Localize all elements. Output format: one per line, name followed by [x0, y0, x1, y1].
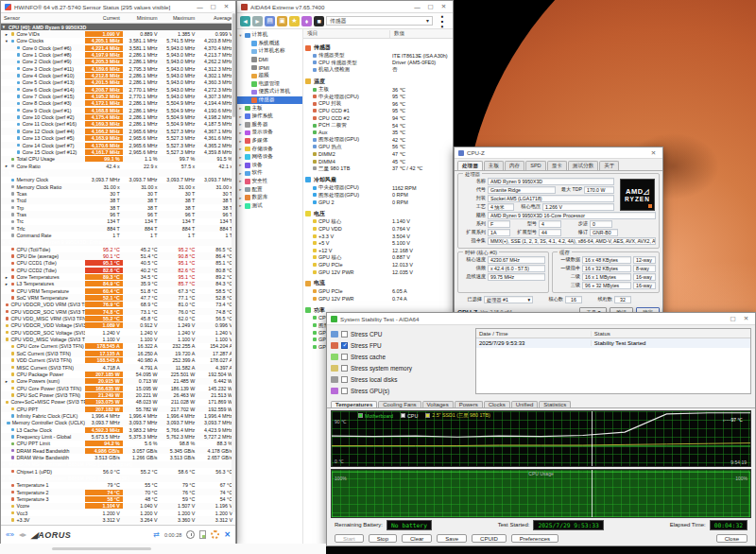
sensor-row[interactable]: SoC Current (SVI3 TFN)17.135 A16.250 A19…	[1, 350, 235, 356]
detail-row[interactable]: 图形处理器(GPU)0 RPM	[305, 192, 453, 199]
clock-icon[interactable]	[186, 530, 195, 539]
sensor-row[interactable]: Tras96 T96 T96 T96 T	[1, 211, 235, 217]
hwinfo-titlebar[interactable]: HWiNFO® 64 v8.27-5740 Sensor Status [295…	[1, 1, 235, 13]
stress-option[interactable]: Stress system memory	[331, 362, 471, 373]
detail-row[interactable]: 三星 980 1TB37 ℃ / 42 ℃	[305, 164, 453, 172]
preferences-button[interactable]: Preferences	[511, 534, 558, 543]
checkbox[interactable]	[341, 388, 348, 394]
tab-unified[interactable]: Unified	[511, 401, 539, 407]
sensor-row[interactable]: VDD Current (SVI3 TFN)188.545 A40.980 A2…	[1, 357, 235, 364]
tab-temperatures[interactable]: Temperatures	[331, 401, 377, 407]
tab-cooling-fans[interactable]: Cooling Fans	[378, 401, 421, 407]
sensor-row[interactable]: CPU Package Power207.185 W54.095 W225.50…	[1, 371, 235, 377]
sidebar-item[interactable]: 电源管理	[237, 80, 302, 89]
sidebar-item[interactable]: ▸主板	[237, 104, 302, 113]
tree-caret-icon[interactable]: ▸	[238, 155, 243, 160]
sidebar-item[interactable]: ▸操作系统	[237, 113, 302, 121]
tab-测试分数[interactable]: 测试分数	[568, 161, 598, 170]
sensor-row[interactable]: Core 7 Clock (perf #15)4,195.2 MHz2,770.…	[1, 93, 235, 99]
sensor-row[interactable]: CPU VDDCR_SOC VRM (SVI3 TFN)74.8 °C73.1 …	[1, 308, 235, 315]
sensor-row[interactable]: Memory Controller Clock (UCLK)3,093.7 MH…	[1, 420, 235, 426]
bios-icon[interactable]: ■	[314, 16, 324, 26]
group-header[interactable]: 温度	[305, 78, 453, 86]
legend-checkbox[interactable]	[358, 413, 363, 418]
sensor-row[interactable]: Core 4 Clock (perf #10)4,212.8 MHz2,286.…	[1, 72, 235, 78]
sensor-row[interactable]: Chipset 1 (uPD)56.0 °C55.2 °C58.6 °C56.3…	[1, 468, 235, 475]
hwinfo-scrollbar[interactable]	[232, 11, 235, 512]
detail-row[interactable]: 机箱入侵检测否	[305, 66, 453, 74]
sensor-row[interactable]: CPU Core Current (SVI3 TFN)178.545 A16.3…	[1, 343, 235, 350]
settings-icon[interactable]	[211, 530, 219, 539]
tab-主板[interactable]: 主板	[484, 161, 504, 170]
tab-处理器[interactable]: 处理器	[457, 161, 483, 170]
legend-checkbox[interactable]	[401, 413, 405, 418]
scrollbar-thumb[interactable]	[232, 13, 235, 117]
sidebar-item[interactable]: 计算机名称	[237, 47, 302, 56]
aida64-titlebar[interactable]: AIDA64 Extreme v7.65.7400 — ▢ ✕	[237, 1, 453, 13]
sensor-row[interactable]: Memory Clock Ratio31.00 x31.00 x31.00 x3…	[1, 183, 235, 190]
sensor-row[interactable]: Infinity Fabric Clock (FCLK)1,996.4 MHz1…	[1, 412, 235, 419]
sidebar-item[interactable]: 传感器	[237, 96, 302, 105]
detail-row[interactable]: CPU 核心1.140 V	[305, 218, 453, 226]
report-icon[interactable]: ▤	[265, 16, 275, 26]
checkbox[interactable]	[341, 342, 348, 349]
sensor-row[interactable]: CPU SoC Power (SVI3 TFN)21.249 W20.221 W…	[1, 391, 235, 398]
detail-row[interactable]: 图形处理器(GPU)42 ℃	[305, 136, 453, 144]
sidebar-item[interactable]: ▸测试	[237, 201, 302, 210]
sst-titlebar[interactable]: System Stability Test - AIDA64 ▢ ✕	[327, 313, 755, 325]
detail-row[interactable]: +12 V12.168 V	[305, 247, 453, 254]
legend-item[interactable]: 2.5" SSD1 (三星 980 1TB)	[425, 412, 490, 419]
sensor-row[interactable]: CPU PPT207.182 W55.782 W217.702 W192.559…	[1, 406, 235, 412]
sensor-row[interactable]: Trp38 T38 T38 T38 T	[1, 204, 235, 211]
sensor-row[interactable]: Core 9 Clock (perf #1)4,168.8 MHz2,286.1…	[1, 107, 235, 113]
hwinfo-minimize-button[interactable]: —	[195, 4, 205, 10]
sensor-row[interactable]: Core 10 Clock (perf #2)4,175.4 MHz2,286.…	[1, 113, 235, 120]
back-icon[interactable]: ◄	[240, 16, 250, 26]
sidebar-item[interactable]: ▸安全性	[237, 178, 302, 186]
sensor-row[interactable]: Core 14 Clock (perf #7)4,170.6 MHz2,965.…	[1, 142, 235, 148]
sensor-row[interactable]: Tcas30 T30 T30 T30 T	[1, 190, 235, 197]
tab-显卡[interactable]: 显卡	[547, 161, 567, 170]
sidebar-item[interactable]: ▸网络设备	[237, 153, 302, 162]
tree-caret-icon[interactable]: ▾	[238, 33, 243, 38]
sensor-row[interactable]: Core 3 Clock (perf #11)4,189.6 MHz2,795.…	[1, 65, 235, 72]
sidebar-item[interactable]: ▸设备	[237, 162, 302, 170]
tab-SPD[interactable]: SPD	[525, 161, 546, 170]
tab-clocks[interactable]: Clocks	[484, 401, 510, 407]
expand-all-icon[interactable]: «»	[6, 531, 14, 539]
legend-item[interactable]: Motherboard	[358, 412, 393, 419]
sensor-row[interactable]: CPU VDDCR_VDD Voltage (SVI3 T..1.089 V0.…	[1, 322, 235, 329]
sidebar-item[interactable]: 便携式计算机	[237, 88, 302, 96]
sidebar-item[interactable]: ▸配置	[237, 185, 302, 194]
sensor-row[interactable]: CPU VDD_MISC VRM (SVI3 TFN)55.2 °C45.8 °…	[1, 315, 235, 321]
stress-option[interactable]: Stress CPU	[331, 328, 471, 339]
cpuz-titlebar[interactable]: CPU-Z ✕	[455, 147, 662, 159]
detail-row[interactable]: GPU 热点56 ℃	[305, 144, 453, 151]
sensor-row[interactable]: Core 5 Clock (perf #13)4,201.5 MHz2,286.…	[1, 79, 235, 86]
stress-option[interactable]: Stress cache	[331, 351, 471, 362]
sensor-row[interactable]: Core 0 Clock (perf #6)4,221.4 MHz3,581.1…	[1, 44, 235, 51]
stop-button[interactable]: Stop	[369, 534, 397, 543]
tree-caret-icon[interactable]: ▸	[238, 130, 243, 135]
tree-caret-icon[interactable]: ▸	[238, 179, 243, 183]
sensor-row[interactable]: CPU VRM Temperature60.4 °C51.8 °C67.3 °C…	[1, 287, 235, 294]
cpuz-close-button[interactable]: ✕	[648, 149, 659, 157]
tree-caret-icon[interactable]: ▸	[238, 139, 243, 144]
detail-row[interactable]: 中央处理器(CPU)95 ℃	[305, 93, 453, 100]
tree-caret-icon[interactable]: ▸	[238, 187, 243, 192]
chart-icon[interactable]: ▣	[277, 16, 287, 26]
sensor-row[interactable]: Trfc884 T884 T884 T884 T	[1, 225, 235, 232]
sidebar-item[interactable]: ▾计算机	[237, 31, 302, 40]
aida64-close-button[interactable]: ✕	[438, 3, 449, 10]
detail-row[interactable]: PCH 二极管54 ℃	[305, 122, 453, 130]
event-list-header[interactable]: Date / Time Status	[476, 329, 750, 338]
tree-caret-icon[interactable]: ▸	[238, 106, 243, 111]
sensor-section-header[interactable]: ▾MAXSUN MS-Terminator B850M PRO (ITE IT8…	[1, 475, 235, 481]
sensor-row[interactable]: DRAM Write Bandwidth3.513 GB/s1.266 GB/s…	[1, 454, 235, 460]
tab-voltages[interactable]: Voltages	[422, 401, 454, 407]
processor-select[interactable]: 处理器 #1▾	[484, 296, 533, 303]
sensor-row[interactable]: CPU VDDCR_SOC Voltage (SVI3 T..1.240 V1.…	[1, 329, 235, 336]
sensor-row[interactable]: ▾Core Clocks4,205.1 MHz3,581.1 MHz5,741.…	[1, 38, 235, 44]
sensor-row[interactable]: Temperature 358 °C48 °C59 °C54 °C	[1, 495, 235, 502]
start-button[interactable]: Start	[335, 534, 364, 543]
